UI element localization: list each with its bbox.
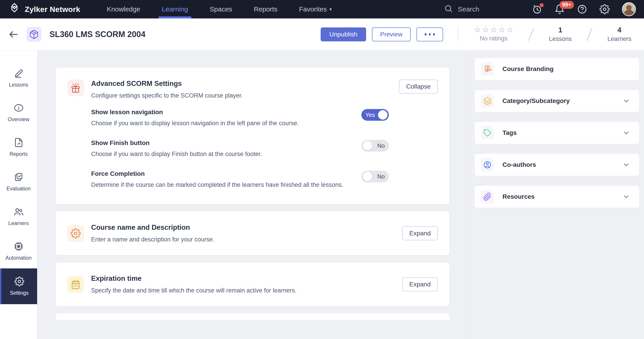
automation-chip-icon	[14, 241, 24, 252]
course-name-description-card: Course name and Description Enter a name…	[56, 211, 449, 255]
expand-course-name-button[interactable]: Expand	[402, 226, 438, 240]
brand-logo[interactable]: Zylker Network	[8, 2, 80, 16]
card-title: Advanced SCORM Settings	[91, 80, 243, 88]
card-subtitle: Configure settings specific to the SCORM…	[91, 92, 243, 99]
settings-main-area: Advanced SCORM Settings Configure settin…	[37, 50, 468, 339]
toggle-show-finish-button[interactable]: No	[362, 140, 389, 152]
toggle-knob	[363, 141, 372, 150]
sidebar-item-overview[interactable]: Overview	[0, 95, 37, 130]
expand-expiration-button[interactable]: Expand	[402, 277, 438, 291]
brand-name: Zylker Network	[25, 5, 80, 14]
surprise-box-icon	[67, 80, 84, 96]
clipboard-check-icon	[14, 172, 24, 183]
course-rating: No ratings	[474, 26, 513, 42]
toggle-knob	[363, 172, 372, 181]
sidebar-item-lessons[interactable]: Lessons	[0, 61, 37, 95]
search-icon	[444, 4, 453, 14]
learners-stat: 4 Learners	[607, 26, 632, 42]
card-subtitle: Enter a name and description for your co…	[91, 236, 214, 243]
next-card-partial	[56, 313, 449, 320]
card-subtitle: Specify the date and time till which the…	[91, 287, 296, 294]
card-title: Expiration time	[91, 275, 296, 283]
primary-nav-links: Knowledge Learning Spaces Reports Favori…	[107, 0, 332, 18]
reminders-button[interactable]	[532, 4, 542, 14]
sidebar-item-learners[interactable]: Learners	[0, 199, 37, 234]
settings-gear-button[interactable]	[600, 4, 610, 14]
setting-show-lesson-navigation: Show lesson navigation Choose if you wan…	[91, 109, 449, 127]
chevron-down-icon	[622, 193, 630, 201]
toggle-state-label: No	[377, 142, 385, 149]
toggle-force-completion[interactable]: No	[362, 171, 389, 182]
top-navigation-bar: Zylker Network Knowledge Learning Spaces…	[0, 0, 644, 18]
gear-icon	[67, 225, 84, 242]
toggle-state-label: No	[377, 173, 385, 180]
report-file-icon	[14, 138, 24, 148]
person-circle-icon	[481, 158, 494, 171]
tag-icon	[481, 126, 494, 139]
sidebar-item-settings[interactable]: Settings	[0, 268, 37, 304]
tags-card[interactable]: Tags	[474, 122, 639, 144]
more-options-button[interactable]	[416, 27, 443, 41]
rating-label: No ratings	[480, 35, 508, 42]
nav-tab-learning[interactable]: Learning	[162, 0, 188, 18]
ellipsis-icon	[424, 33, 427, 35]
star-icon	[498, 26, 505, 33]
pencil-icon	[14, 68, 24, 79]
reminder-alert-dot	[540, 3, 544, 7]
calendar-icon	[67, 276, 84, 293]
star-rating-row	[474, 26, 513, 33]
setting-force-completion: Force Completion Determine if the course…	[91, 170, 449, 188]
course-sidebar: Lessons Overview Reports	[0, 50, 37, 339]
advanced-scorm-settings-card: Advanced SCORM Settings Configure settin…	[56, 68, 449, 204]
help-button[interactable]	[577, 4, 587, 14]
collapse-button[interactable]: Collapse	[399, 80, 438, 93]
toggle-state-label: Yes	[366, 111, 375, 118]
page-title: SL360 LMS SCORM 2004	[50, 30, 145, 39]
star-icon	[482, 26, 489, 33]
paperclip-icon	[481, 190, 494, 203]
sidebar-item-evaluation[interactable]: Evaluation	[0, 165, 37, 199]
resources-card[interactable]: Resources	[474, 185, 639, 208]
stat-divider	[528, 28, 534, 41]
preview-button[interactable]: Preview	[372, 27, 411, 41]
header-divider	[458, 27, 458, 41]
toggle-knob	[378, 110, 388, 120]
color-swatch-icon	[481, 62, 494, 75]
setting-show-finish-button: Show Finish button Choose if you want to…	[91, 139, 449, 158]
star-icon	[474, 26, 481, 33]
lessons-stat: 1 Lessons	[549, 26, 572, 42]
category-subcategory-card[interactable]: Category/Subcategory	[474, 90, 639, 112]
layers-icon	[481, 94, 494, 107]
nav-tab-spaces[interactable]: Spaces	[210, 0, 232, 18]
star-icon	[506, 26, 513, 33]
search-input[interactable]: Search	[444, 4, 479, 14]
chevron-down-icon	[622, 129, 630, 137]
chevron-down-icon: ▾	[330, 6, 332, 12]
stat-divider	[586, 28, 592, 41]
nav-tab-knowledge[interactable]: Knowledge	[107, 0, 140, 18]
nav-right-cluster: Search 99+	[444, 2, 636, 16]
sidebar-item-automation[interactable]: Automation	[0, 234, 37, 268]
card-title: Course name and Description	[91, 223, 214, 232]
sidebar-item-reports[interactable]: Reports	[0, 130, 37, 165]
notification-count-badge: 99+	[560, 1, 574, 9]
user-avatar[interactable]	[622, 2, 636, 16]
course-branding-card[interactable]: Course Branding	[474, 58, 639, 80]
info-icon	[14, 103, 24, 114]
gear-icon	[14, 277, 24, 287]
nav-tab-favorites[interactable]: Favorites ▾	[299, 0, 332, 18]
back-button[interactable]	[8, 29, 19, 40]
chevron-down-icon	[622, 97, 630, 105]
expiration-time-card: Expiration time Specify the date and tim…	[56, 262, 449, 306]
nav-tab-reports[interactable]: Reports	[254, 0, 278, 18]
course-meta-panel: Course Branding Category/Subcategory	[468, 50, 644, 339]
unpublish-button[interactable]: Unpublish	[321, 27, 366, 41]
toggle-show-lesson-navigation[interactable]: Yes	[362, 109, 389, 121]
star-icon	[490, 26, 497, 33]
co-authors-card[interactable]: Co-authors	[474, 154, 639, 176]
notifications-button[interactable]: 99+	[554, 4, 565, 14]
people-icon	[14, 207, 24, 218]
header-actions: Unpublish Preview No ratings 1 Lessons 4	[321, 26, 632, 42]
course-header: SL360 LMS SCORM 2004 Unpublish Preview N…	[0, 18, 644, 50]
course-type-icon	[26, 27, 42, 42]
